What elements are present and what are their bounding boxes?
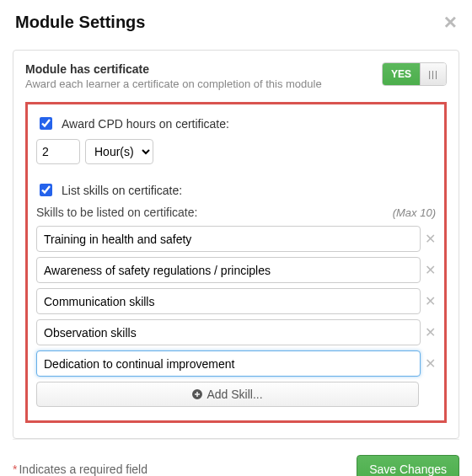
skill-input[interactable] [36,319,421,345]
remove-skill-icon[interactable]: ✕ [424,226,436,252]
plus-circle-icon [192,389,202,399]
add-skill-button[interactable]: Add Skill... [36,382,419,407]
cert-subtext: Award each learner a certificate on comp… [25,78,322,90]
skill-input[interactable] [36,288,421,314]
skill-input[interactable] [36,257,421,283]
skills-checkbox[interactable] [40,184,52,196]
remove-skill-icon[interactable]: ✕ [424,319,436,345]
cert-heading: Module has certificate [25,62,149,76]
skills-list-label: Skills to be listed on certificate: [36,206,197,219]
skill-input[interactable] [36,350,421,377]
certificate-toggle[interactable]: YES ||| [382,62,447,86]
remove-skill-icon[interactable]: ✕ [424,257,436,283]
remove-skill-icon[interactable]: ✕ [424,288,436,314]
save-changes-button[interactable]: Save Changes [357,455,459,476]
skills-checkbox-label: List skills on certificate: [62,184,182,197]
skill-input[interactable] [36,226,421,252]
toggle-yes-label: YES [383,63,421,85]
required-note: *Indicates a required field [13,463,148,476]
asterisk-icon: * [13,463,17,476]
remove-skill-icon[interactable]: ✕ [424,350,436,377]
cpd-hours-input[interactable] [36,139,80,164]
cpd-label: Award CPD hours on certificate: [62,117,229,131]
add-skill-label: Add Skill... [206,388,262,401]
cpd-unit-select[interactable]: Hour(s) [85,139,153,164]
skills-max-note: (Max 10) [393,206,436,219]
toggle-grip-icon: ||| [421,63,446,85]
page-title: Module Settings [15,13,145,32]
close-icon[interactable]: × [444,11,457,33]
highlighted-section: Award CPD hours on certificate: Hour(s) … [25,102,447,423]
cpd-checkbox[interactable] [40,117,52,130]
